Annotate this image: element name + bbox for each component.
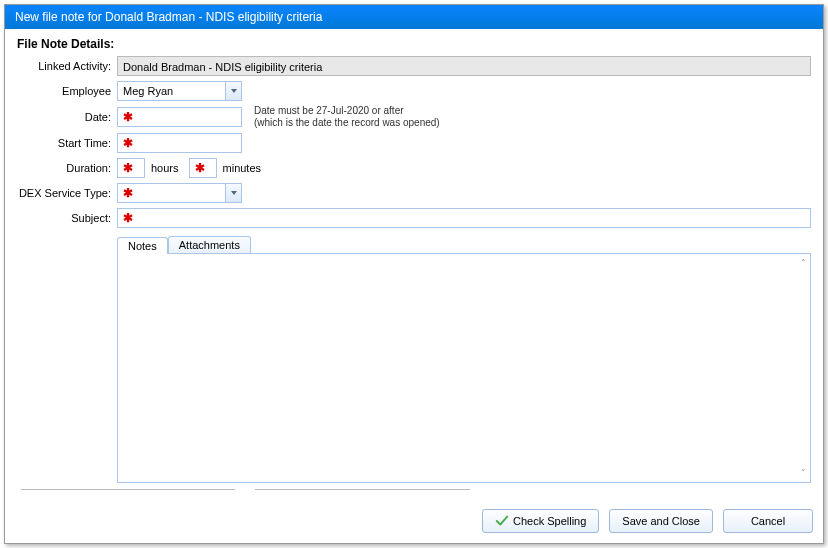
employee-dropdown-button[interactable] (225, 82, 241, 100)
file-note-window: New file note for Donald Bradman - NDIS … (4, 4, 824, 544)
check-spelling-label: Check Spelling (513, 515, 586, 527)
required-icon: ✱ (123, 161, 133, 175)
chevron-down-icon (231, 191, 237, 195)
required-icon: ✱ (123, 110, 133, 124)
row-linked-activity: Linked Activity: Donald Bradman - NDIS e… (17, 55, 811, 77)
label-linked-activity: Linked Activity: (17, 60, 117, 72)
window-title: New file note for Donald Bradman - NDIS … (15, 10, 322, 24)
row-start-time: Start Time: ✱ (17, 132, 811, 154)
chevron-down-icon (231, 89, 237, 93)
divider (17, 489, 811, 491)
required-icon: ✱ (195, 161, 205, 175)
label-dex-service-type: DEX Service Type: (17, 187, 117, 199)
employee-dropdown[interactable]: Meg Ryan (117, 81, 242, 101)
row-employee: Employee Meg Ryan (17, 80, 811, 102)
subject-input[interactable]: ✱ (117, 208, 811, 228)
scroll-up-icon[interactable]: ˄ (801, 258, 806, 268)
tabs-container: Notes Attachments ˄ ˅ (117, 236, 811, 483)
window-title-bar: New file note for Donald Bradman - NDIS … (5, 5, 823, 29)
required-icon: ✱ (123, 186, 133, 200)
content-area: File Note Details: Linked Activity: Dona… (5, 29, 823, 501)
tab-strip: Notes Attachments (117, 236, 811, 253)
scroll-down-icon[interactable]: ˅ (801, 468, 806, 478)
footer-buttons: Check Spelling Save and Close Cancel (5, 501, 823, 543)
dex-service-type-dropdown[interactable]: ✱ (117, 183, 242, 203)
cancel-label: Cancel (751, 515, 785, 527)
row-date: Date: ✱ Date must be 27-Jul-2020 or afte… (17, 105, 811, 129)
label-subject: Subject: (17, 212, 117, 224)
employee-value: Meg Ryan (123, 85, 173, 97)
tab-notes[interactable]: Notes (117, 237, 168, 254)
date-hint: Date must be 27-Jul-2020 or after (which… (254, 105, 440, 129)
label-start-time: Start Time: (17, 137, 117, 149)
date-hint-line1: Date must be 27-Jul-2020 or after (254, 105, 440, 117)
save-and-close-label: Save and Close (622, 515, 700, 527)
section-title: File Note Details: (17, 37, 811, 51)
label-minutes: minutes (223, 162, 262, 174)
tab-attachments[interactable]: Attachments (168, 236, 251, 253)
notes-textarea[interactable]: ˄ ˅ (117, 253, 811, 483)
check-spelling-button[interactable]: Check Spelling (482, 509, 599, 533)
date-input[interactable]: ✱ (117, 107, 242, 127)
dex-dropdown-button[interactable] (225, 184, 241, 202)
cancel-button[interactable]: Cancel (723, 509, 813, 533)
label-date: Date: (17, 111, 117, 123)
label-duration: Duration: (17, 162, 117, 174)
required-icon: ✱ (123, 211, 133, 225)
divider-segment (255, 489, 469, 491)
label-employee: Employee (17, 85, 117, 97)
date-hint-line2: (which is the date the record was opened… (254, 117, 440, 129)
duration-minutes-input[interactable]: ✱ (189, 158, 217, 178)
save-and-close-button[interactable]: Save and Close (609, 509, 713, 533)
divider-segment (21, 489, 235, 491)
check-icon (495, 514, 509, 528)
row-subject: Subject: ✱ (17, 207, 811, 229)
row-dex-service-type: DEX Service Type: ✱ (17, 182, 811, 204)
label-hours: hours (151, 162, 179, 174)
start-time-input[interactable]: ✱ (117, 133, 242, 153)
required-icon: ✱ (123, 136, 133, 150)
linked-activity-value: Donald Bradman - NDIS eligibility criter… (117, 56, 811, 76)
row-duration: Duration: ✱ hours ✱ minutes (17, 157, 811, 179)
duration-hours-input[interactable]: ✱ (117, 158, 145, 178)
